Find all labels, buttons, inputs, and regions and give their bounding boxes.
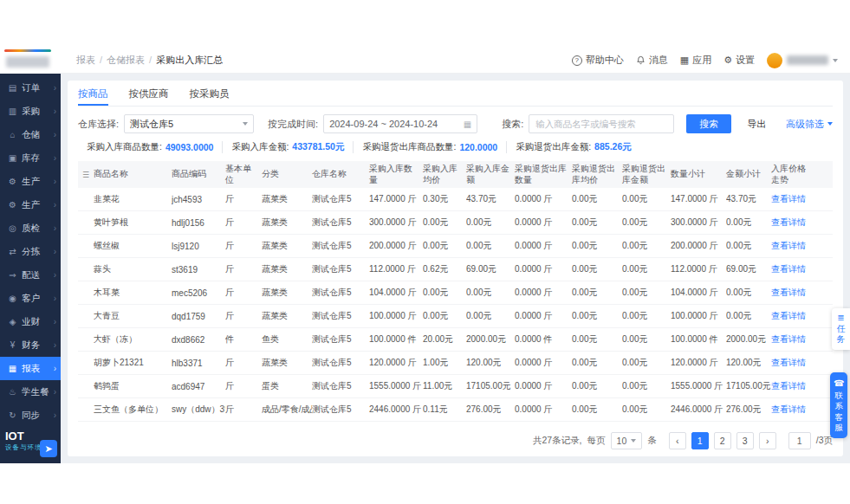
sidebar-item-label: 业财 bbox=[22, 316, 54, 328]
calendar-icon: ▦ bbox=[464, 120, 471, 129]
cell-qty-subtotal: 2446.0000 斤 bbox=[671, 404, 726, 416]
sidebar-item-label: 分拣 bbox=[22, 246, 54, 258]
tab[interactable]: 按采购员 bbox=[190, 84, 230, 106]
page-jump-input[interactable]: 1 bbox=[788, 432, 811, 449]
sidebar-item[interactable]: ▥ 采购 › bbox=[0, 100, 61, 123]
help-icon: ? bbox=[572, 55, 582, 66]
table-row: 木耳菜 mec5206 斤 蔬菜类 测试仓库5 104.0000 斤 0.00元… bbox=[78, 281, 833, 305]
chevron-right-icon: › bbox=[54, 200, 56, 210]
cell-product-name: 蒜头 bbox=[94, 263, 172, 275]
brand-service-icon[interactable]: ➤ bbox=[40, 440, 57, 457]
sidebar-item[interactable]: ⌂ 仓储 › bbox=[0, 123, 61, 146]
sidebar-item-label: 生产 bbox=[22, 199, 54, 211]
sidebar-item-icon: ◎ bbox=[7, 223, 18, 233]
tab[interactable]: 按供应商 bbox=[129, 84, 169, 106]
view-details-link[interactable]: 查看详情 bbox=[771, 193, 818, 205]
cell-qty-subtotal: 147.0000 斤 bbox=[671, 193, 726, 205]
sidebar-item[interactable]: ◎ 质检 › bbox=[0, 216, 61, 240]
warehouse-select[interactable]: 测试仓库5 bbox=[124, 114, 254, 133]
messages-button[interactable]: 消息 bbox=[636, 54, 668, 67]
cell-amount-subtotal: 17105.00元 bbox=[726, 380, 771, 392]
view-details-link[interactable]: 查看详情 bbox=[771, 310, 818, 322]
sidebar-item[interactable]: ◈ 业财 › bbox=[0, 310, 61, 333]
view-details-link[interactable]: 查看详情 bbox=[771, 333, 818, 346]
cell-return-qty: 0.0000 斤 bbox=[515, 310, 572, 322]
cell-return-qty: 0.0000 斤 bbox=[515, 263, 572, 275]
chevron-down-icon bbox=[827, 122, 833, 126]
sidebar-item[interactable]: ⚙ 生产 › bbox=[0, 170, 61, 193]
cell-category: 蔬菜类 bbox=[262, 357, 312, 369]
tab[interactable]: 按商品 bbox=[78, 84, 108, 106]
cell-in-avg-price: 0.00元 bbox=[423, 310, 466, 322]
table-column-header: 采购入库数量 bbox=[369, 161, 423, 188]
export-button[interactable]: 导出 bbox=[747, 118, 766, 131]
sidebar-item[interactable]: ¥ 财务 › bbox=[0, 333, 61, 357]
settings-button[interactable]: ⚙ 设置 bbox=[723, 54, 755, 67]
settings-label: 设置 bbox=[736, 54, 755, 67]
breadcrumb-reports[interactable]: 报表 bbox=[76, 54, 95, 67]
sidebar-item[interactable]: ◉ 客户 › bbox=[0, 287, 61, 310]
sidebar-item[interactable]: ↻ 同步 › bbox=[0, 404, 61, 427]
search-button[interactable]: 搜索 bbox=[686, 114, 731, 133]
view-details-link[interactable]: 查看详情 bbox=[771, 404, 818, 416]
column-settings-icon[interactable]: ☰ bbox=[78, 161, 94, 188]
cell-in-amount: 17105.00元 bbox=[466, 380, 515, 392]
cell-qty-subtotal: 120.0000 斤 bbox=[671, 357, 726, 369]
view-details-link[interactable]: 查看详情 bbox=[771, 240, 818, 252]
tasks-floating-button[interactable]: ≣ 任务 bbox=[832, 308, 850, 350]
help-center-button[interactable]: ? 帮助中心 bbox=[572, 54, 624, 67]
advanced-filter-toggle[interactable]: 高级筛选 bbox=[786, 118, 833, 131]
sidebar-item-icon: ♨ bbox=[7, 387, 18, 397]
summary-value: 885.26元 bbox=[594, 141, 632, 153]
sidebar-item-icon: ▤ bbox=[7, 83, 18, 93]
cell-in-avg-price: 20.00元 bbox=[423, 333, 466, 346]
page-number-button[interactable]: 1 bbox=[691, 432, 709, 449]
cell-qty-subtotal: 100.0000 斤 bbox=[671, 310, 726, 322]
sidebar: ▤ 订单 › ▥ 采购 › ⌂ 仓储 › bbox=[0, 48, 61, 463]
page-size-select[interactable]: 10 bbox=[611, 432, 643, 449]
date-range-picker[interactable]: 2024-09-24 ~ 2024-10-24 ▦ bbox=[323, 114, 477, 133]
sidebar-item[interactable]: ⇒ 配送 › bbox=[0, 263, 61, 287]
chevron-right-icon: › bbox=[54, 364, 56, 373]
help-label: 帮助中心 bbox=[586, 54, 624, 67]
sidebar-item[interactable]: ⚙ 生产 › bbox=[0, 193, 61, 216]
date-range-label: 按完成时间: bbox=[268, 118, 318, 131]
page-number-button[interactable]: 3 bbox=[736, 432, 754, 449]
table-row: 蒜头 st3619 斤 蔬菜类 测试仓库5 112.0000 斤 0.62元 6… bbox=[78, 258, 833, 281]
view-details-link[interactable]: 查看详情 bbox=[771, 287, 818, 299]
sidebar-item[interactable]: ▤ 订单 › bbox=[0, 76, 61, 100]
chevron-down-icon bbox=[631, 439, 636, 443]
sidebar-item[interactable]: ▣ 库存 › bbox=[0, 146, 61, 170]
cell-in-qty: 2446.0000 斤 bbox=[369, 404, 423, 416]
contact-support-floating-button[interactable]: ☎ 联系客服 bbox=[830, 372, 847, 438]
view-details-link[interactable]: 查看详情 bbox=[771, 216, 818, 229]
content-area: 按商品 按供应商 按采购员 仓库选择: 测试仓库5 按完成时间 bbox=[61, 74, 850, 463]
user-menu[interactable] bbox=[767, 53, 838, 68]
sidebar-item[interactable]: ♨ 学生餐 › bbox=[0, 380, 61, 404]
view-details-link[interactable]: 查看详情 bbox=[771, 357, 818, 369]
breadcrumb-current: 采购出入库汇总 bbox=[145, 54, 223, 67]
cell-unit: 斤 bbox=[225, 216, 262, 229]
breadcrumb-warehouse-reports[interactable]: 仓储报表 bbox=[95, 54, 145, 67]
apps-button[interactable]: ▦ 应用 bbox=[680, 54, 711, 67]
username-redacted bbox=[787, 55, 828, 65]
cell-product-code: jch4593 bbox=[172, 195, 225, 204]
next-page-button[interactable]: › bbox=[759, 432, 776, 449]
view-details-link[interactable]: 查看详情 bbox=[771, 380, 818, 392]
sidebar-item[interactable]: ⇄ 分拣 › bbox=[0, 240, 61, 263]
app-window: ▤ 订单 › ▥ 采购 › ⌂ 仓储 › bbox=[0, 48, 850, 463]
cell-unit: 斤 bbox=[225, 287, 262, 299]
cell-product-code: dqd1759 bbox=[172, 312, 225, 321]
page-number-button[interactable]: 2 bbox=[714, 432, 731, 449]
cell-in-qty: 112.0000 斤 bbox=[369, 263, 423, 275]
sidebar-item-icon: ↻ bbox=[7, 410, 18, 420]
prev-page-button[interactable]: ‹ bbox=[669, 432, 686, 449]
cell-return-amount: 0.00元 bbox=[622, 380, 671, 392]
search-input[interactable] bbox=[529, 114, 674, 133]
chevron-right-icon: › bbox=[54, 340, 56, 350]
sidebar-item[interactable]: ▦ 报表 › bbox=[0, 357, 61, 380]
cell-return-amount: 0.00元 bbox=[622, 310, 671, 322]
table-row: 韭菜花 jch4593 斤 蔬菜类 测试仓库5 147.0000 斤 0.30元… bbox=[78, 188, 833, 211]
view-details-link[interactable]: 查看详情 bbox=[771, 263, 818, 275]
table-row: 大青豆 dqd1759 斤 蔬菜类 测试仓库5 100.0000 斤 0.00元… bbox=[78, 305, 833, 328]
